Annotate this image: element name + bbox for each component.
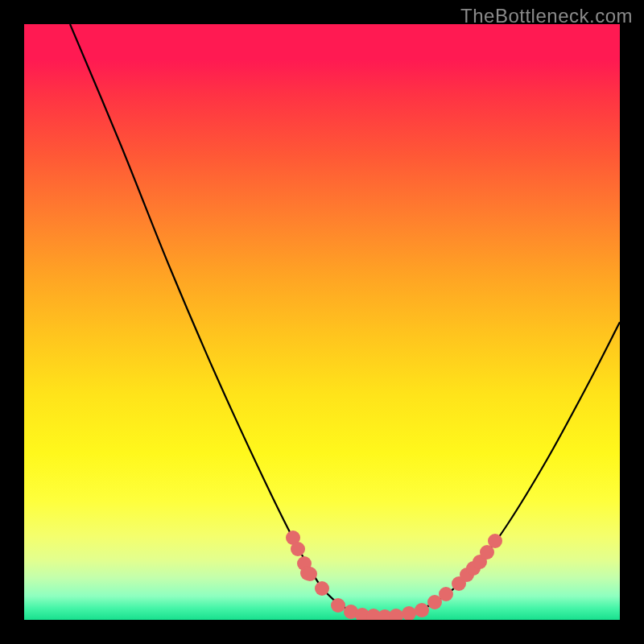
marker-dot — [291, 542, 305, 556]
chart-stage: TheBottleneck.com — [0, 0, 644, 644]
marker-dot — [389, 609, 403, 620]
data-markers — [286, 530, 502, 620]
bottleneck-curve — [70, 24, 620, 617]
marker-dot — [315, 581, 329, 596]
plot-area — [24, 24, 620, 620]
marker-dot — [439, 587, 453, 601]
curve-svg — [24, 24, 620, 620]
marker-dot — [303, 567, 317, 581]
marker-dot — [415, 603, 429, 617]
marker-dot — [331, 598, 345, 613]
marker-dot — [402, 606, 416, 620]
marker-dot — [488, 534, 502, 548]
